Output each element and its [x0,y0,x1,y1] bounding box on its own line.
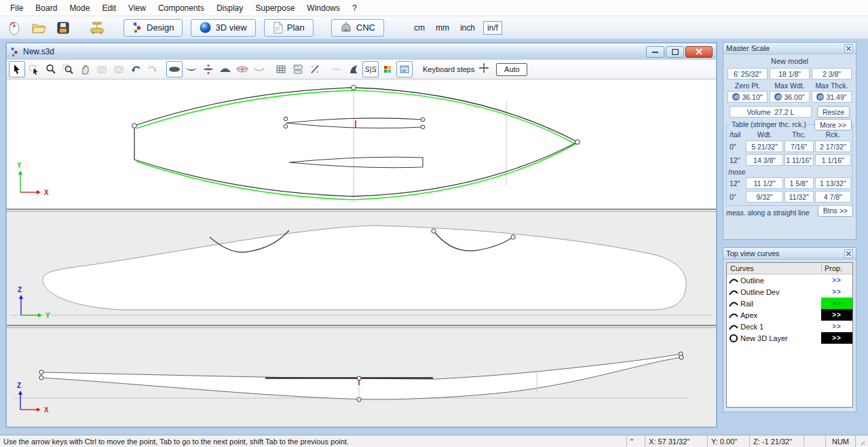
curve-row-outline[interactable]: Outline >> [727,274,852,286]
undo-button[interactable] [128,61,144,77]
control-point[interactable] [357,376,361,380]
menu-view[interactable]: View [122,1,152,15]
snapshot-tool[interactable] [94,61,110,77]
control-point[interactable] [357,397,361,401]
guideline-button[interactable] [328,61,345,77]
symmetry-button[interactable]: S|S [362,61,379,77]
resize-grip[interactable] [856,435,868,447]
control-point[interactable] [432,229,436,233]
unit-inf-selected[interactable]: in/f [483,21,502,35]
wdt-cell[interactable]: 14 3/8" [746,154,782,166]
top-view[interactable]: Y X [7,79,716,209]
open-folder-icon[interactable] [30,19,48,37]
rck-cell[interactable]: 1 1/16" [815,154,851,166]
wdt-cell[interactable]: 9/32" [746,191,782,202]
pan-tool[interactable] [77,61,93,77]
cross-section-button[interactable] [234,61,250,77]
resize-button[interactable]: Resize [817,106,850,118]
control-point[interactable] [352,86,356,90]
menu-file[interactable]: File [4,1,29,15]
machine-icon[interactable] [88,19,106,37]
colors-button[interactable] [379,61,396,77]
curve-row-deck1[interactable]: Deck 1 >> [727,321,852,332]
control-point[interactable] [679,355,683,359]
thc-cell[interactable]: 1 11/16" [785,154,814,166]
control-point[interactable] [132,124,137,128]
unit-cm[interactable]: cm [414,23,425,33]
panel-close-button[interactable] [844,44,853,53]
rocker-view-button[interactable] [183,61,200,77]
prop-button[interactable]: >> [821,321,852,332]
zoom-tool[interactable] [43,61,59,77]
menu-mode[interactable]: Mode [63,1,96,15]
select-tool[interactable] [9,61,25,77]
length-field[interactable]: 6' 25/32" [728,68,768,79]
curve-row-outline-dev[interactable]: Outline Dev >> [727,286,852,298]
control-point[interactable] [575,140,580,145]
outline-view-button[interactable] [166,61,183,77]
control-point[interactable] [39,370,43,374]
snapshot2-tool[interactable] [111,61,127,77]
btns-button[interactable]: Btns >> [818,205,853,217]
auto-button[interactable]: Auto [496,63,527,76]
cnc-button[interactable]: CNC [331,19,384,37]
flip-view-button[interactable] [251,61,267,77]
menu-windows[interactable]: Windows [301,1,346,15]
zero-pt-field[interactable]: @36.10" [728,91,768,103]
document-title-bar[interactable]: New.s3d [7,43,716,60]
grid-button[interactable] [273,61,289,77]
properties-panel-button[interactable] [396,61,413,77]
rck-cell[interactable]: 2 17/32" [815,141,851,152]
model-name[interactable]: New model [726,57,853,65]
unit-mm[interactable]: mm [436,23,449,33]
menu-components[interactable]: Components [152,1,210,15]
menu-display[interactable]: Display [210,1,249,15]
side-view[interactable]: Z X [7,328,716,427]
curves-title-bar[interactable]: Top view curves [723,248,856,260]
thc-cell[interactable]: 11/32" [785,191,814,202]
prop-button[interactable]: >> [821,274,852,286]
thickness-field[interactable]: 2 3/8" [812,68,852,79]
fin-button[interactable] [345,61,362,77]
control-point[interactable] [421,125,425,129]
menu-help[interactable]: ? [346,1,363,15]
unit-inch[interactable]: inch [460,23,475,33]
curve-row-apex[interactable]: Apex >> [727,309,852,321]
thc-cell[interactable]: 1 5/8" [785,177,814,189]
control-point[interactable] [39,376,43,380]
prop-button[interactable]: >> [821,332,852,344]
menu-board[interactable]: Board [29,1,63,15]
wdt-cell[interactable]: 5 21/32" [746,141,782,152]
menu-superpose[interactable]: Superpose [249,1,301,15]
measurements-button[interactable] [290,61,306,77]
more-button[interactable]: More >> [814,119,852,130]
slice-button[interactable] [307,61,323,77]
move-cross-icon[interactable] [478,62,489,76]
rck-cell[interactable]: 4 7/8" [815,191,851,202]
max-thck-field[interactable]: @31.49" [812,91,852,103]
redo-button[interactable] [145,61,161,77]
close-button[interactable] [685,46,713,58]
control-point[interactable] [421,118,425,122]
control-point[interactable] [284,117,288,121]
zoom-window-tool[interactable] [60,61,76,77]
front-view[interactable]: Z Y [7,212,716,325]
max-wdt-field[interactable]: @36.00" [770,91,810,103]
thickness-view-button[interactable] [200,61,216,77]
panel-close-button[interactable] [844,249,853,258]
new-board-icon[interactable] [5,19,23,37]
curve-row-rail[interactable]: Rail >> [727,298,852,309]
thc-cell[interactable]: 7/16" [785,141,814,152]
rck-cell[interactable]: 1 13/32" [815,177,851,189]
control-point[interactable] [284,124,288,128]
marquee-select-tool[interactable] [26,61,42,77]
control-point[interactable] [511,235,515,239]
prop-button[interactable]: >> [821,298,852,309]
plan-button[interactable]: Plan [264,19,314,37]
prop-button[interactable]: >> [821,309,852,321]
save-icon[interactable] [54,19,72,37]
width-field[interactable]: 18 1/8" [770,68,810,79]
maximize-button[interactable] [666,46,684,58]
deck-view-button[interactable] [217,61,233,77]
minimize-button[interactable] [646,46,664,58]
